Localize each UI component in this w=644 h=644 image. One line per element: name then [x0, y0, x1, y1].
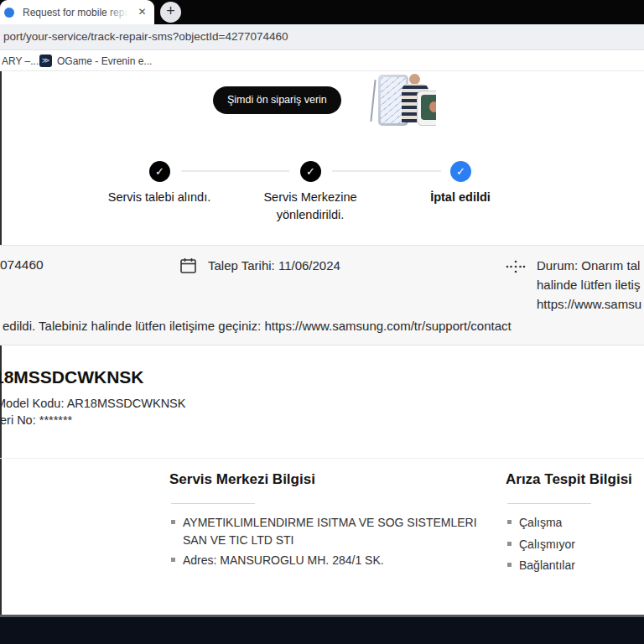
address-bar[interactable]: port/your-service/track-repair-sms?objec…: [0, 24, 644, 50]
list-item: Çalışmıyor: [506, 536, 575, 553]
promo-banner[interactable]: Şimdi ön sipariş verin: [206, 73, 436, 127]
list-item: Bağlantılar: [506, 557, 575, 574]
list-item: AYMETIKLIMLENDIRME ISITMA VE SOG SISTEML…: [169, 514, 503, 549]
heading-underline: [171, 503, 255, 504]
status-text-block: Durum: Onarım tal halinde lütfen iletiş …: [537, 256, 644, 314]
bookmark-item[interactable]: ARY –...: [2, 55, 39, 67]
model-code-text: Model Kodu: AR18MSSDCWKNSK: [0, 397, 185, 410]
samsung-favicon-icon: [4, 8, 14, 18]
repair-summary-bar: 074460 Talep Tarihi: 11/06/2024 Durum:: [0, 245, 644, 345]
list-item: Adres: MANSUROGLU MH. 284/1 SK.: [169, 552, 503, 569]
status-icon: [506, 260, 526, 277]
product-model-title: 18MSSDCWKNSK: [0, 367, 144, 387]
preorder-cta-button[interactable]: Şimdi ön sipariş verin: [213, 86, 341, 114]
step-check-icon: ✓: [149, 161, 170, 182]
bookmarks-bar: ARY –... ≫ OGame - Evrenin e...: [0, 51, 644, 71]
tab-close-icon[interactable]: ✕: [135, 5, 149, 19]
tab-strip: Request for mobile repair, Samsu ✕ +: [0, 0, 644, 24]
browser-window: Request for mobile repair, Samsu ✕ + por…: [0, 0, 644, 644]
diagnosis-heading: Arıza Tespit Bilgisi: [506, 471, 632, 488]
step-check-icon: ✓: [300, 161, 321, 182]
request-date-text: Talep Tarihi: 11/06/2024: [208, 258, 340, 273]
step-label-current: İptal edildi: [389, 189, 532, 206]
tab-title: Request for mobile repair, Samsu: [23, 7, 128, 19]
url-text[interactable]: port/your-service/track-repair-sms?objec…: [3, 30, 288, 43]
browser-tab[interactable]: Request for mobile repair, Samsu ✕: [0, 0, 154, 24]
new-tab-button[interactable]: +: [160, 2, 181, 23]
section-divider: [0, 458, 644, 459]
service-center-heading: Servis Merkezi Bilgisi: [169, 471, 315, 488]
bookmark-item[interactable]: OGame - Evrenin e...: [57, 55, 152, 67]
step-check-icon-cancelled: ✓: [450, 161, 471, 182]
flip-phone-graphic: [417, 91, 436, 126]
step-label: Servis talebi alındı.: [88, 189, 231, 206]
object-id-text: 074460: [0, 257, 44, 273]
step-connector: [332, 170, 441, 172]
step-connector: [181, 170, 289, 172]
status-line: halinde lütfen iletiş: [537, 275, 644, 294]
heading-underline: [507, 503, 591, 504]
status-continuation-text: edildi. Talebiniz halinde lütfen iletişi…: [3, 319, 512, 333]
stylus-graphic: [370, 80, 376, 122]
status-link[interactable]: https://www.samsu: [537, 294, 644, 314]
status-line: Durum: Onarım tal: [537, 256, 644, 275]
page-footer: [0, 615, 644, 644]
serial-number-text: eri No: *******: [0, 413, 72, 427]
calendar-icon: [179, 257, 197, 278]
step-label: Servis Merkezine yönlendirildi.: [239, 189, 382, 224]
ogame-favicon-icon: ≫: [39, 55, 52, 67]
list-item: Çalışma: [506, 514, 562, 532]
